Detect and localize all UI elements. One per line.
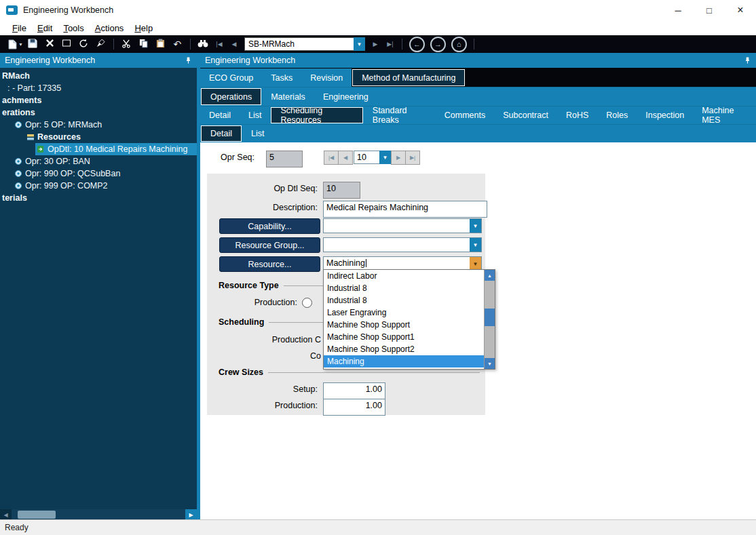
tab-comments[interactable]: Comments: [436, 106, 494, 124]
search-button[interactable]: [195, 37, 212, 52]
home-button[interactable]: ⌂: [451, 37, 467, 52]
tree-item-opdtl-selected[interactable]: OpDtl: 10 Medical Repairs Machining: [0, 143, 197, 155]
opr-seq-prev-button[interactable]: ◀: [338, 151, 353, 165]
dropdown-scrollbar[interactable]: ▲ ▼: [484, 270, 495, 369]
dropdown-scrollbar-track[interactable]: [485, 281, 495, 358]
tree-horizontal-scrollbar[interactable]: ◀ ▶: [0, 509, 197, 520]
dropdown-option[interactable]: Laser Engraving: [324, 306, 484, 319]
record-combo[interactable]: SB-MRMach ▼: [244, 37, 365, 51]
chevron-down-icon[interactable]: ▼: [354, 37, 365, 51]
setup-crew-field[interactable]: 1.00: [323, 382, 385, 399]
scrollbar-thumb[interactable]: [18, 511, 56, 519]
first-record-button[interactable]: |◀: [212, 37, 227, 52]
tab-materials[interactable]: Materials: [262, 87, 314, 106]
dropdown-option[interactable]: Machine Shop Support2: [324, 343, 484, 355]
tab-engineering[interactable]: Engineering: [314, 87, 377, 106]
paste-button[interactable]: [152, 37, 169, 52]
capability-combo[interactable]: ▼: [323, 218, 482, 233]
tab-inspection[interactable]: Inspection: [637, 106, 693, 124]
scrollbar-track[interactable]: [12, 509, 185, 520]
tab-sr-list[interactable]: List: [242, 125, 273, 142]
resource-button[interactable]: Resource...: [219, 256, 320, 272]
undo-button[interactable]: ↶: [169, 37, 186, 52]
menu-tools[interactable]: Tools: [58, 22, 89, 35]
save-button[interactable]: [24, 37, 41, 52]
tree-item-eco[interactable]: RMach: [0, 70, 197, 82]
tree-item-materials[interactable]: terials: [0, 192, 197, 204]
tab-rohs[interactable]: RoHS: [557, 106, 597, 124]
prev-record-button[interactable]: ◀: [227, 37, 242, 52]
tab-detail[interactable]: Detail: [200, 106, 240, 124]
tab-standard-breaks[interactable]: Standard Breaks: [364, 106, 436, 124]
chevron-down-icon[interactable]: ▼: [470, 219, 481, 233]
dropdown-option-selected[interactable]: Machining: [324, 355, 484, 368]
forward-button[interactable]: →: [430, 37, 446, 52]
chevron-down-icon[interactable]: ▼: [470, 238, 481, 252]
tab-subcontract[interactable]: Subcontract: [494, 106, 557, 124]
tab-operations[interactable]: Operations: [201, 88, 261, 105]
opr-seq-first-button[interactable]: |◀: [324, 151, 339, 165]
tree-item-operations[interactable]: erations: [0, 106, 197, 119]
next-record-button[interactable]: ▶: [368, 37, 383, 52]
record-combo-value[interactable]: SB-MRMach: [244, 37, 354, 51]
resource-group-button[interactable]: Resource Group...: [219, 237, 320, 253]
resource-combo-value[interactable]: Machining: [324, 257, 470, 271]
tree-item-resources[interactable]: Resources: [0, 131, 197, 143]
tab-scheduling-resources[interactable]: Scheduling Resources: [271, 107, 362, 123]
opr-seq-next-button[interactable]: ▶: [391, 151, 406, 165]
capability-button[interactable]: Capability...: [219, 218, 320, 234]
tab-method-of-manufacturing[interactable]: Method of Manufacturing: [352, 69, 465, 86]
opr-seq-last-button[interactable]: ▶|: [405, 151, 420, 165]
production-crew-field[interactable]: 1.00: [323, 399, 385, 416]
cut-button[interactable]: [118, 37, 135, 52]
maximize-button[interactable]: □: [694, 0, 725, 20]
production-radio[interactable]: [302, 298, 312, 308]
tab-eco-group[interactable]: ECO Group: [200, 68, 262, 87]
capability-combo-value[interactable]: [324, 219, 470, 233]
tab-tasks[interactable]: Tasks: [262, 68, 301, 87]
close-button[interactable]: ×: [725, 0, 756, 20]
pin-icon[interactable]: [744, 56, 751, 64]
dropdown-option[interactable]: Machine Shop Support: [324, 319, 484, 331]
scroll-up-icon[interactable]: ▲: [485, 270, 495, 281]
dropdown-option[interactable]: Industrial 8: [324, 294, 484, 306]
resource-group-combo[interactable]: ▼: [323, 237, 482, 252]
tree-item-part[interactable]: : - Part: 17335: [0, 82, 197, 94]
menu-edit[interactable]: Edit: [32, 22, 58, 35]
dropdown-option[interactable]: Indirect Labor: [324, 270, 484, 282]
tab-sr-detail[interactable]: Detail: [201, 125, 242, 142]
clean-button[interactable]: [92, 37, 109, 52]
minimize-button[interactable]: ─: [662, 0, 694, 20]
tree-item-opr-5[interactable]: Opr: 5 OP: MRMach: [0, 119, 197, 131]
scroll-down-icon[interactable]: ▼: [485, 358, 495, 369]
delete-button[interactable]: [41, 37, 58, 52]
opr-seq-combo[interactable]: 10 ▼: [354, 151, 391, 164]
dropdown-scrollbar-thumb[interactable]: [485, 309, 495, 326]
pin-icon[interactable]: [185, 56, 192, 64]
menu-actions[interactable]: Actions: [90, 22, 130, 35]
dropdown-option[interactable]: Machine Shop Support1: [324, 331, 484, 343]
opr-seq-combo-value[interactable]: 10: [354, 151, 379, 164]
clear-button[interactable]: [58, 37, 75, 52]
tab-revision[interactable]: Revision: [301, 68, 352, 87]
last-record-button[interactable]: ▶|: [383, 37, 398, 52]
refresh-button[interactable]: [75, 37, 92, 52]
tree-item-opr-990[interactable]: Opr: 990 OP: QCSubBan: [0, 167, 197, 180]
copy-button[interactable]: [135, 37, 152, 52]
tree-item-opr-30[interactable]: Opr: 30 OP: BAN: [0, 155, 197, 167]
description-field[interactable]: Medical Repairs Machining: [323, 201, 487, 218]
chevron-down-icon[interactable]: ▼: [379, 151, 391, 164]
tree-item-opr-999[interactable]: Opr: 999 OP: COMP2: [0, 180, 197, 192]
scroll-left-icon[interactable]: ◀: [0, 509, 12, 520]
back-button[interactable]: ←: [409, 37, 425, 52]
tree-item-attachments[interactable]: achments: [0, 94, 197, 106]
scroll-right-icon[interactable]: ▶: [185, 509, 197, 520]
dropdown-option[interactable]: Industrial 8: [324, 282, 484, 294]
tab-machine-mes[interactable]: Machine MES: [693, 106, 756, 124]
new-dropdown-caret-icon[interactable]: ▼: [18, 42, 23, 47]
menu-help[interactable]: Help: [129, 22, 158, 35]
resource-group-combo-value[interactable]: [324, 238, 470, 252]
tab-list[interactable]: List: [240, 106, 270, 124]
menu-file[interactable]: File: [7, 22, 32, 35]
chevron-down-icon[interactable]: ▼: [470, 257, 481, 271]
